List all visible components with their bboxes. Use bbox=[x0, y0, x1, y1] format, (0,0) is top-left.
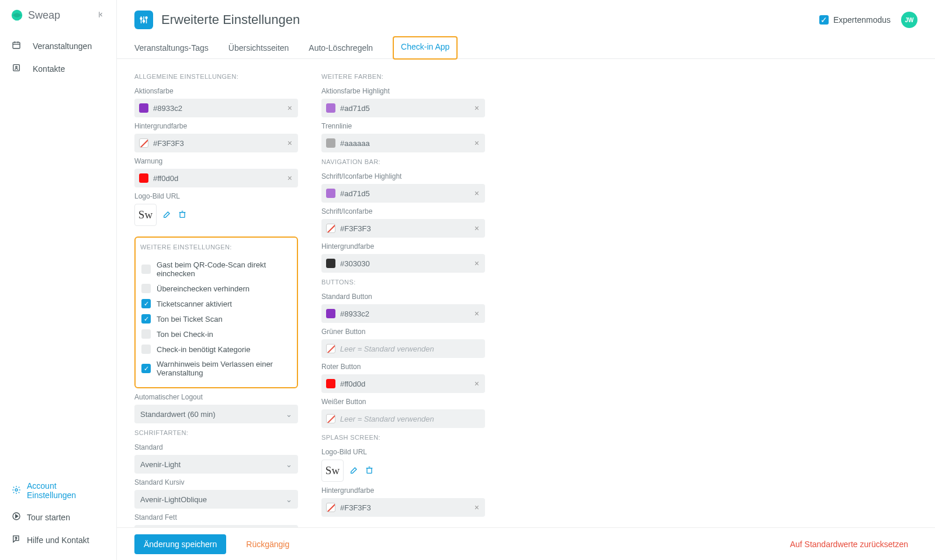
svg-rect-18 bbox=[180, 212, 185, 217]
sidebar-item-tour[interactable]: Tour starten bbox=[6, 506, 110, 528]
reset-defaults-button[interactable]: Auf Standardwerte zurücksetzen bbox=[781, 534, 917, 554]
label-font-std: Standard bbox=[134, 443, 298, 451]
tab-event-tags[interactable]: Veranstaltungs-Tags bbox=[134, 37, 209, 58]
checkbox-label: Ton bei Check-in bbox=[157, 330, 213, 339]
svg-marker-10 bbox=[16, 514, 18, 517]
label-font-italic: Standard Kursiv bbox=[134, 478, 298, 486]
sidebar-item-label: Veranstaltungen bbox=[33, 41, 92, 51]
checkbox-icon bbox=[141, 284, 151, 293]
clear-icon[interactable]: × bbox=[473, 224, 480, 233]
sidebar-item-account-settings[interactable]: Account Einstellungen bbox=[6, 475, 110, 506]
save-button[interactable]: Änderung speichern bbox=[134, 534, 226, 554]
help-icon: ? bbox=[12, 534, 21, 545]
settings-sliders-icon bbox=[134, 11, 153, 29]
sidebar-item-label: Hilfe und Kontakt bbox=[27, 535, 89, 545]
color-value: #aaaaaa bbox=[340, 139, 473, 148]
checkbox-icon bbox=[141, 265, 151, 274]
color-swatch bbox=[326, 503, 335, 512]
clear-icon[interactable]: × bbox=[286, 103, 293, 113]
input-btn-red[interactable]: #ff0d0d× bbox=[321, 374, 485, 393]
color-swatch bbox=[326, 259, 335, 268]
input-nav-color[interactable]: #F3F3F3× bbox=[321, 219, 485, 238]
sidebar-item-label: Account Einstellungen bbox=[27, 481, 105, 500]
svg-point-17 bbox=[146, 17, 147, 19]
checkbox-icon bbox=[141, 364, 151, 373]
select-auto-logout[interactable]: Standardwert (60 min) ⌄ bbox=[134, 405, 298, 423]
label-bg-color: Hintergrundfarbe bbox=[134, 122, 298, 130]
label-divider: Trennlinie bbox=[321, 122, 485, 130]
sidebar-item-events[interactable]: Veranstaltungen bbox=[6, 34, 110, 57]
delete-icon[interactable] bbox=[365, 465, 374, 476]
color-swatch bbox=[139, 103, 148, 113]
svg-text:?: ? bbox=[15, 537, 18, 540]
input-nav-hl[interactable]: #ad71d5× bbox=[321, 184, 485, 203]
delete-icon[interactable] bbox=[178, 210, 187, 221]
section-more-settings: WEITERE EINSTELLUNGEN: bbox=[140, 244, 292, 251]
checkbox-icon bbox=[141, 329, 151, 339]
check-sound-checkin[interactable]: Ton bei Check-in bbox=[140, 326, 292, 342]
expert-mode-label: Expertenmodus bbox=[833, 15, 891, 25]
checkbox-label: Ton bei Ticket Scan bbox=[157, 315, 223, 324]
sidebar-item-help[interactable]: ? Hilfe und Kontakt bbox=[6, 528, 110, 551]
clear-icon[interactable]: × bbox=[473, 259, 480, 268]
label-splash-bg: Hintergrundfarbe bbox=[321, 486, 485, 495]
svg-point-13 bbox=[140, 18, 142, 19]
input-divider[interactable]: #aaaaaa× bbox=[321, 134, 485, 152]
clear-icon[interactable]: × bbox=[473, 309, 480, 318]
chevron-down-icon: ⌄ bbox=[286, 460, 292, 469]
sidebar-item-contacts[interactable]: Kontakte bbox=[6, 57, 110, 80]
color-placeholder: Leer = Standard verwenden bbox=[340, 345, 480, 353]
section-more-colors: WEITERE FARBEN: bbox=[321, 73, 485, 80]
clear-icon[interactable]: × bbox=[473, 503, 480, 512]
input-btn-white[interactable]: Leer = Standard verwenden bbox=[321, 409, 485, 428]
clear-icon[interactable]: × bbox=[473, 379, 480, 388]
check-leave-warning[interactable]: Warnhinweis beim Verlassen einer Veranst… bbox=[140, 357, 292, 380]
input-warning-color[interactable]: #ff0d0d × bbox=[134, 169, 298, 187]
clear-icon[interactable]: × bbox=[473, 189, 480, 198]
check-require-category[interactable]: Check-in benötigt Kategorie bbox=[140, 342, 292, 357]
tab-overview-pages[interactable]: Übersichtsseiten bbox=[228, 37, 289, 58]
input-btn-std[interactable]: #8933c2× bbox=[321, 304, 485, 323]
check-ticketscanner[interactable]: Ticketscanner aktiviert bbox=[140, 296, 292, 311]
clear-icon[interactable]: × bbox=[286, 173, 293, 183]
clear-icon[interactable]: × bbox=[473, 103, 480, 113]
check-prevent-overcheck[interactable]: Übereinchecken verhindern bbox=[140, 281, 292, 296]
tabs: Veranstaltungs-Tags Übersichtsseiten Aut… bbox=[117, 29, 935, 59]
label-splash-logo: Logo-Bild URL bbox=[321, 448, 485, 456]
select-value: Standardwert (60 min) bbox=[140, 410, 286, 419]
input-btn-green[interactable]: Leer = Standard verwenden bbox=[321, 339, 485, 358]
input-nav-bg[interactable]: #303030× bbox=[321, 254, 485, 273]
label-btn-red: Roter Button bbox=[321, 363, 485, 371]
color-value: #F3F3F3 bbox=[340, 503, 473, 512]
clear-icon[interactable]: × bbox=[286, 138, 293, 148]
check-direct-qr[interactable]: Gast beim QR-Code-Scan direkt einchecken bbox=[140, 258, 292, 281]
expert-mode-toggle[interactable]: ✓ Expertenmodus bbox=[819, 15, 891, 25]
input-action-hl[interactable]: #ad71d5× bbox=[321, 99, 485, 117]
color-swatch bbox=[326, 138, 335, 148]
undo-button[interactable]: Rückgängig bbox=[237, 534, 299, 554]
page-header: Erweiterte Einstellungen ✓ Expertenmodus… bbox=[117, 0, 935, 29]
tab-auto-delete-rules[interactable]: Auto-Löschregeln bbox=[309, 37, 373, 58]
edit-icon[interactable] bbox=[162, 210, 172, 221]
checkbox-icon bbox=[141, 314, 151, 324]
tab-checkin-app[interactable]: Check-in App bbox=[393, 36, 458, 60]
select-font-std[interactable]: Avenir-Light⌄ bbox=[134, 455, 298, 474]
label-action-color: Aktionsfarbe bbox=[134, 87, 298, 95]
clear-icon[interactable]: × bbox=[473, 138, 480, 148]
input-action-color[interactable]: #8933c2 × bbox=[134, 99, 298, 117]
chevron-down-icon: ⌄ bbox=[286, 410, 292, 419]
input-bg-color[interactable]: #F3F3F3 × bbox=[134, 134, 298, 152]
avatar[interactable]: JW bbox=[901, 12, 917, 28]
select-font-italic[interactable]: Avenir-LightOblique⌄ bbox=[134, 490, 298, 509]
calendar-icon bbox=[12, 40, 27, 51]
checkbox-icon bbox=[141, 299, 151, 308]
color-value: #8933c2 bbox=[340, 309, 473, 318]
color-swatch bbox=[326, 344, 335, 353]
input-splash-bg[interactable]: #F3F3F3× bbox=[321, 498, 485, 517]
check-sound-ticket[interactable]: Ton bei Ticket Scan bbox=[140, 311, 292, 326]
collapse-icon[interactable] bbox=[98, 11, 106, 20]
color-swatch bbox=[139, 138, 148, 148]
edit-icon[interactable] bbox=[349, 465, 359, 476]
svg-rect-2 bbox=[13, 42, 20, 48]
gear-icon bbox=[12, 485, 21, 496]
